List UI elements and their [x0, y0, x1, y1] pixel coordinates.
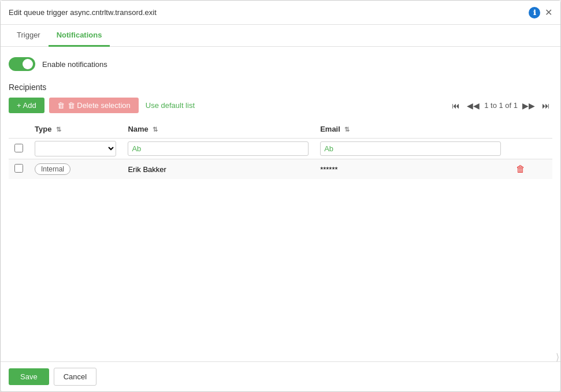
filter-email-cell — [314, 139, 507, 159]
type-filter-select[interactable]: Internal — [35, 141, 116, 156]
filter-row: Internal — [9, 139, 552, 159]
dialog-title: Edit queue trigger async.cntrltw.transor… — [9, 8, 157, 17]
delete-selection-button[interactable]: 🗑 🗑 Delete selection — [49, 98, 139, 113]
close-icon[interactable]: ✕ — [545, 8, 552, 17]
tab-trigger[interactable]: Trigger — [9, 25, 49, 47]
select-all-checkbox[interactable] — [14, 144, 23, 152]
toggle-thumb — [23, 59, 33, 69]
trash-icon: 🗑 — [57, 101, 65, 110]
row-checkbox-cell — [9, 159, 29, 180]
pagination: ⏮ ◀◀ 1 to 1 of 1 ▶▶ ⏭ — [449, 100, 552, 111]
header-email: Email ⇅ — [314, 120, 507, 139]
last-page-button[interactable]: ⏭ — [540, 100, 552, 111]
header-icons: ℹ ✕ — [529, 7, 552, 18]
dialog-body: Enable notifications Recipients + Add 🗑 … — [1, 47, 560, 361]
enable-notifications-toggle[interactable] — [9, 57, 35, 71]
row-email: ****** — [320, 165, 337, 174]
row-email-cell: ****** — [314, 159, 507, 180]
add-button[interactable]: + Add — [9, 98, 44, 113]
save-button[interactable]: Save — [9, 368, 49, 385]
header-name: Name ⇅ — [122, 120, 314, 139]
tab-notifications[interactable]: Notifications — [49, 25, 110, 47]
filter-actions-cell — [507, 139, 552, 159]
header-type: Type ⇅ — [29, 120, 122, 139]
row-name-cell: Erik Bakker — [122, 159, 314, 180]
row-type-cell: Internal — [29, 159, 122, 180]
prev-page-button[interactable]: ◀◀ — [465, 100, 482, 111]
filter-checkbox-cell — [9, 139, 29, 159]
enable-notifications-row: Enable notifications — [9, 57, 552, 71]
row-delete-cell: 🗑 — [507, 159, 552, 180]
pagination-text: 1 to 1 of 1 — [484, 101, 518, 110]
next-page-button[interactable]: ▶▶ — [520, 100, 537, 111]
row-name: Erik Bakker — [128, 165, 166, 174]
cancel-button[interactable]: Cancel — [54, 368, 96, 386]
email-filter-input[interactable] — [320, 141, 501, 156]
name-filter-input[interactable] — [128, 141, 309, 156]
header-checkbox-cell — [9, 120, 29, 139]
toolbar: + Add 🗑 🗑 Delete selection Use default l… — [9, 98, 552, 113]
email-sort-icon[interactable]: ⇅ — [344, 126, 350, 133]
row-checkbox[interactable] — [14, 164, 23, 173]
resize-handle[interactable]: ⟩ — [556, 352, 559, 363]
tabs-container: Trigger Notifications — [1, 25, 560, 47]
filter-type-cell: Internal — [29, 139, 122, 159]
type-badge: Internal — [35, 163, 70, 175]
row-delete-button[interactable]: 🗑 — [512, 163, 529, 176]
dialog-footer: Save Cancel — [1, 361, 560, 391]
info-icon[interactable]: ℹ — [529, 7, 540, 18]
recipients-table: Type ⇅ Name ⇅ Email ⇅ — [9, 120, 552, 179]
table-header-row: Type ⇅ Name ⇅ Email ⇅ — [9, 120, 552, 139]
enable-notifications-label: Enable notifications — [42, 60, 107, 69]
recipients-label: Recipients — [9, 83, 552, 92]
name-sort-icon[interactable]: ⇅ — [153, 126, 158, 133]
filter-name-cell — [122, 139, 314, 159]
use-default-list-button[interactable]: Use default list — [143, 98, 197, 113]
type-sort-icon[interactable]: ⇅ — [56, 126, 61, 133]
header-actions — [507, 120, 552, 139]
table-row: Internal Erik Bakker ****** 🗑 — [9, 159, 552, 180]
edit-dialog: Edit queue trigger async.cntrltw.transor… — [0, 0, 561, 392]
dialog-header: Edit queue trigger async.cntrltw.transor… — [1, 1, 560, 25]
first-page-button[interactable]: ⏮ — [449, 100, 462, 111]
